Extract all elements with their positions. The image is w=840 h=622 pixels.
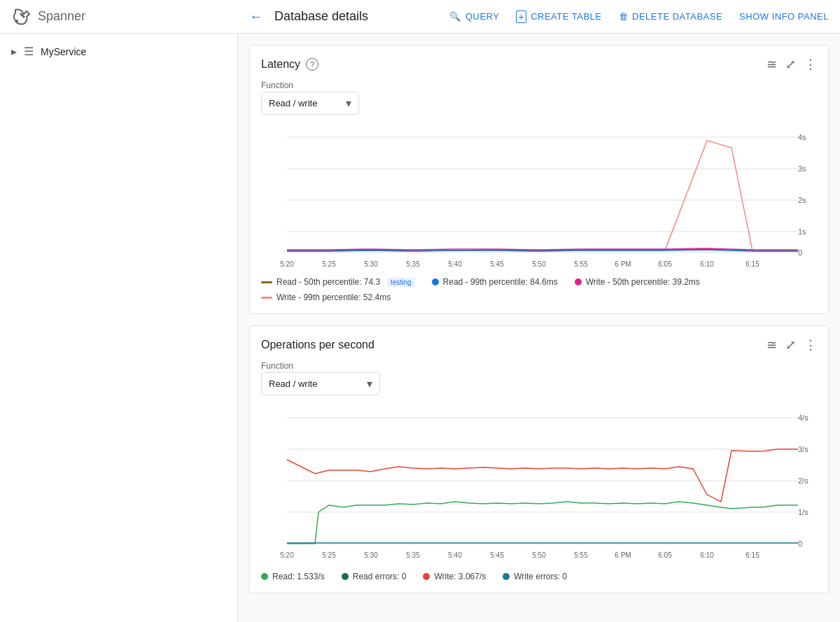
- svg-point-0: [15, 20, 18, 22]
- svg-text:5:25: 5:25: [322, 551, 336, 559]
- testing-badge: testing: [387, 278, 414, 287]
- svg-text:6 PM: 6 PM: [615, 260, 631, 268]
- legend-read-99: Read - 99th percentile: 84.6ms: [432, 277, 558, 287]
- svg-text:5:40: 5:40: [448, 260, 462, 268]
- svg-text:5:20: 5:20: [280, 260, 294, 268]
- svg-text:5:45: 5:45: [490, 551, 504, 559]
- latency-fullscreen-icon[interactable]: ⤢: [785, 57, 796, 72]
- ops-chart-card: Operations per second ≅ ⤢ ⋮ Function Rea…: [249, 325, 829, 593]
- ops-function-row: Function Read / write ▾: [261, 361, 817, 395]
- latency-card-actions: ≅ ⤢ ⋮: [766, 57, 817, 72]
- content-area: Latency ? ≅ ⤢ ⋮ Function Read / write ▾: [238, 34, 840, 622]
- legend-read-errors-label: Read errors: 0: [353, 572, 407, 581]
- ops-legend-icon[interactable]: ≅: [766, 337, 777, 353]
- svg-text:3/s: 3/s: [798, 445, 808, 453]
- svg-text:1s: 1s: [798, 227, 806, 236]
- ops-card-header: Operations per second ≅ ⤢ ⋮: [261, 337, 817, 353]
- svg-text:2s: 2s: [798, 196, 806, 204]
- latency-function-value: Read / write: [269, 98, 317, 108]
- main-layout: ▸ ☰ MyService Latency ? ≅ ⤢ ⋮ Funct: [0, 34, 840, 622]
- header-right: ← Database details 🔍 QUERY + CREATE TABL…: [249, 8, 829, 24]
- latency-legend: Read - 50th percentile: 74.3 testing Rea…: [261, 277, 817, 302]
- svg-text:5:35: 5:35: [406, 260, 420, 268]
- ops-chart-svg: 4/s 3/s 2/s 1/s 0 5:20 5:25 5:30 5:35 5:…: [261, 404, 817, 565]
- latency-more-icon[interactable]: ⋮: [804, 57, 817, 72]
- query-button[interactable]: 🔍 QUERY: [449, 11, 499, 22]
- ops-title: Operations per second: [261, 339, 374, 351]
- legend-read-50: Read - 50th percentile: 74.3 testing: [261, 277, 415, 287]
- delete-database-button[interactable]: 🗑 DELETE DATABASE: [619, 11, 723, 22]
- legend-write-color: [423, 573, 430, 580]
- legend-write: Write: 3.067/s: [423, 572, 486, 581]
- svg-text:2/s: 2/s: [798, 476, 808, 485]
- latency-card-header: Latency ? ≅ ⤢ ⋮: [261, 57, 817, 72]
- create-table-icon: +: [516, 10, 526, 23]
- svg-text:5:20: 5:20: [280, 551, 294, 559]
- legend-write-errors: Write errors: 0: [503, 572, 567, 581]
- latency-chart-card: Latency ? ≅ ⤢ ⋮ Function Read / write ▾: [249, 45, 829, 314]
- ops-chart-container: 4/s 3/s 2/s 1/s 0 5:20 5:25 5:30 5:35 5:…: [261, 404, 817, 565]
- legend-write-50: Write - 50th percentile: 39.2ms: [575, 277, 700, 287]
- latency-function-label: Function: [261, 80, 359, 90]
- legend-write-50-color: [575, 278, 582, 285]
- legend-read-99-color: [432, 278, 439, 285]
- latency-chart-svg: 4s 3s 2s 1s 0 5:20 5:25 5:30 5:35 5:40 5…: [261, 123, 817, 270]
- legend-read-50-label: Read - 50th percentile: 74.3: [276, 277, 380, 287]
- svg-text:5:40: 5:40: [448, 551, 462, 559]
- ops-more-icon[interactable]: ⋮: [804, 337, 817, 353]
- ops-card-actions: ≅ ⤢ ⋮: [766, 337, 817, 353]
- page-title: Database details: [274, 9, 368, 24]
- sidebar-item-myservice[interactable]: ▸ ☰ MyService: [0, 39, 237, 64]
- svg-text:5:30: 5:30: [364, 551, 378, 559]
- spanner-logo-icon: [11, 7, 31, 27]
- latency-chart-container: 4s 3s 2s 1s 0 5:20 5:25 5:30 5:35 5:40 5…: [261, 123, 817, 270]
- svg-text:5:30: 5:30: [364, 260, 378, 268]
- latency-help-icon[interactable]: ?: [306, 58, 318, 71]
- create-table-button[interactable]: + CREATE TABLE: [516, 10, 601, 23]
- latency-function-select[interactable]: Read / write ▾: [261, 92, 359, 115]
- latency-legend-icon[interactable]: ≅: [766, 57, 777, 72]
- show-info-panel-button[interactable]: SHOW INFO PANEL: [739, 11, 829, 22]
- svg-text:6:05: 6:05: [658, 260, 672, 268]
- ops-function-value: Read / write: [269, 379, 317, 389]
- ops-function-group: Function Read / write ▾: [261, 361, 380, 395]
- ops-function-select[interactable]: Read / write ▾: [261, 372, 380, 395]
- latency-function-group: Function Read / write ▾: [261, 80, 359, 115]
- svg-text:6 PM: 6 PM: [615, 551, 631, 559]
- svg-text:3s: 3s: [798, 164, 806, 173]
- ops-fullscreen-icon[interactable]: ⤢: [785, 337, 796, 353]
- svg-text:5:55: 5:55: [574, 260, 588, 268]
- svg-text:1/s: 1/s: [798, 508, 808, 516]
- svg-text:0: 0: [798, 248, 802, 257]
- svg-text:4/s: 4/s: [798, 414, 808, 422]
- latency-title-area: Latency ?: [261, 58, 318, 71]
- database-icon: ☰: [24, 45, 34, 58]
- latency-title: Latency: [261, 58, 300, 71]
- sidebar: ▸ ☰ MyService: [0, 34, 238, 622]
- ops-function-arrow: ▾: [367, 377, 372, 390]
- legend-read-errors-color: [342, 573, 349, 580]
- svg-text:6:15: 6:15: [746, 260, 760, 268]
- legend-read-errors: Read errors: 0: [342, 572, 407, 581]
- latency-function-arrow: ▾: [346, 97, 351, 110]
- legend-write-errors-color: [503, 573, 510, 580]
- legend-read: Read: 1.533/s: [261, 572, 325, 581]
- svg-text:6:10: 6:10: [700, 260, 714, 268]
- header-actions: 🔍 QUERY + CREATE TABLE 🗑 DELETE DATABASE…: [449, 10, 829, 23]
- sidebar-item-label: MyService: [41, 46, 86, 57]
- legend-write-99: Write - 99th percentile: 52.4ms: [261, 292, 391, 302]
- svg-text:5:50: 5:50: [532, 260, 546, 268]
- top-header: Spanner ← Database details 🔍 QUERY + CRE…: [0, 0, 840, 34]
- svg-text:6:10: 6:10: [700, 551, 714, 559]
- legend-write-errors-label: Write errors: 0: [514, 572, 567, 581]
- legend-write-99-label: Write - 99th percentile: 52.4ms: [276, 292, 391, 302]
- back-button[interactable]: ←: [249, 8, 263, 24]
- svg-text:0: 0: [798, 539, 802, 548]
- svg-text:5:55: 5:55: [574, 551, 588, 559]
- latency-function-row: Function Read / write ▾: [261, 80, 817, 115]
- ops-legend: Read: 1.533/s Read errors: 0 Write: 3.06…: [261, 572, 817, 581]
- legend-write-label: Write: 3.067/s: [434, 572, 486, 581]
- legend-write-50-label: Write - 50th percentile: 39.2ms: [586, 277, 700, 287]
- ops-function-label: Function: [261, 361, 380, 371]
- svg-text:5:25: 5:25: [322, 260, 336, 268]
